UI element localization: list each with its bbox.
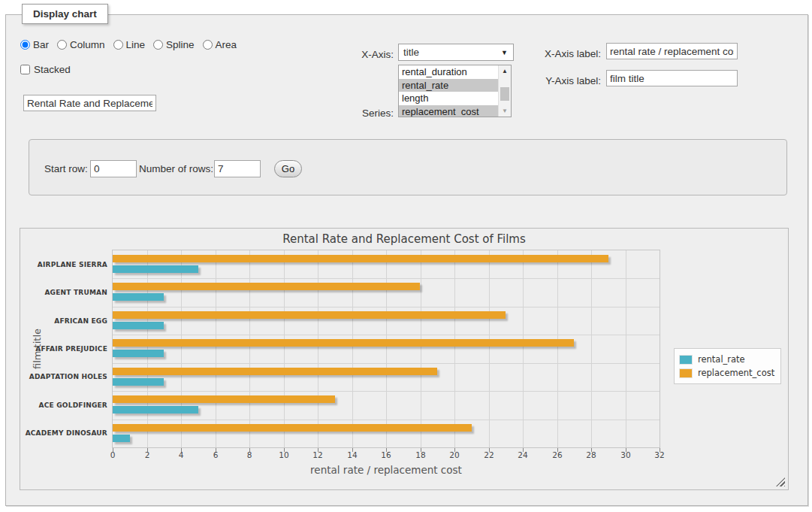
x-tick-label: 12 (303, 450, 333, 459)
x-tick-label: 0 (98, 450, 128, 459)
legend-swatch (679, 368, 693, 378)
radio-input-spline[interactable] (153, 40, 163, 50)
chart-title-input[interactable] (23, 95, 156, 111)
gridline (421, 250, 421, 447)
resize-handle-icon[interactable] (776, 477, 785, 486)
series-options: rental_durationrental_ratelengthreplacem… (399, 65, 511, 117)
gridline (489, 250, 490, 447)
scrollbar-thumb[interactable] (500, 87, 509, 101)
chart-type-radio-column[interactable]: Column (57, 39, 105, 50)
radio-input-column[interactable] (57, 40, 67, 50)
chevron-down-icon: ▼ (501, 44, 508, 61)
series-option-rental_duration[interactable]: rental_duration (399, 65, 511, 79)
bar-replacement_cost (113, 283, 420, 290)
chart-type-radio-spline[interactable]: Spline (153, 39, 195, 50)
chart-type-radios: BarColumnLineSplineArea (20, 39, 237, 50)
y-category-label: ACE GOLDFINGER (20, 391, 107, 419)
bar-replacement_cost (113, 424, 472, 432)
legend-entry-rental_rate: rental_rate (679, 353, 774, 366)
gridline (113, 278, 660, 279)
plot-area (112, 250, 660, 448)
gridline (249, 250, 250, 447)
series-option-length[interactable]: length (399, 92, 511, 105)
gridline (557, 250, 558, 447)
bar-rental_rate (113, 435, 130, 442)
stacked-checkbox[interactable] (20, 65, 30, 74)
radio-input-bar[interactable] (20, 40, 30, 50)
y-category-label: AIRPLANE SIERRA (20, 250, 107, 278)
chart-type-label: Area (216, 39, 237, 50)
x-tick-label: 6 (201, 450, 231, 459)
legend-swatch (679, 355, 693, 365)
chart-legend: rental_ratereplacement_cost (674, 348, 781, 384)
x-tick-label: 20 (439, 450, 469, 459)
gridline (386, 250, 387, 447)
chart-type-radio-area[interactable]: Area (203, 39, 237, 50)
chart-title: Rental Rate and Replacement Cost of Film… (20, 232, 788, 246)
gridline (181, 250, 182, 447)
x-axis-tick-labels: 02468101214161820222426283032 (112, 450, 660, 461)
y-axis-label-caption: Y-Axis label: (526, 73, 601, 89)
bar-rental_rate (113, 378, 164, 386)
bar-replacement_cost (113, 339, 574, 347)
chart-type-label: Bar (33, 39, 49, 50)
display-chart-fieldset: Display chart BarColumnLineSplineArea St… (5, 14, 808, 506)
x-axis-select[interactable]: title ▼ (398, 44, 514, 61)
chart-type-label: Spline (166, 39, 195, 50)
gridline (147, 250, 148, 447)
series-listbox[interactable]: rental_durationrental_ratelengthreplacem… (398, 65, 512, 117)
x-axis-label-input[interactable] (606, 43, 738, 59)
bar-replacement_cost (113, 368, 437, 375)
stacked-option[interactable]: Stacked (20, 64, 71, 75)
legend-label: rental_rate (698, 354, 745, 365)
page: Display chart BarColumnLineSplineArea St… (0, 0, 812, 512)
radio-input-area[interactable] (203, 40, 213, 50)
chart-type-label: Column (70, 39, 105, 50)
bar-rental_rate (113, 350, 164, 357)
gridline (113, 363, 660, 364)
bar-rental_rate (113, 293, 164, 301)
x-tick-label: 26 (542, 450, 572, 459)
num-rows-input[interactable] (214, 160, 261, 177)
y-category-label: ACADEMY DINOSAUR (20, 420, 107, 447)
x-tick-label: 18 (406, 450, 436, 459)
x-tick-label: 16 (371, 450, 401, 459)
listbox-scrollbar[interactable]: ▲ ▼ (498, 65, 511, 117)
gridline (113, 391, 660, 392)
chart-type-label: Line (126, 39, 146, 50)
x-axis-label-caption: X-Axis label: (526, 46, 601, 62)
chart-type-radio-bar[interactable]: Bar (20, 39, 49, 50)
bar-rental_rate (113, 322, 164, 329)
start-row-input[interactable] (90, 160, 137, 177)
gridline (216, 250, 216, 447)
bar-rental_rate (113, 265, 198, 273)
start-row-label: Start row: (44, 160, 88, 177)
go-button[interactable]: Go (274, 160, 302, 177)
bar-rental_rate (113, 406, 198, 414)
gridline (113, 307, 660, 308)
gridline (591, 250, 592, 447)
gridline (454, 250, 455, 447)
scroll-up-icon[interactable]: ▲ (499, 65, 511, 77)
gridline (284, 250, 285, 447)
scroll-down-icon[interactable]: ▼ (499, 105, 511, 117)
gridline (523, 250, 524, 447)
gridline (352, 250, 353, 447)
radio-input-line[interactable] (113, 40, 123, 50)
x-tick-label: 24 (508, 450, 538, 459)
x-tick-label: 2 (132, 450, 162, 459)
gridline (318, 250, 318, 447)
x-tick-label: 14 (337, 450, 367, 459)
y-axis-title: film title (32, 329, 43, 369)
series-option-rental_rate[interactable]: rental_rate (399, 79, 511, 92)
x-axis-selected-value: title (403, 47, 419, 58)
bar-replacement_cost (113, 395, 335, 403)
x-axis-title: rental rate / replacement cost (112, 464, 660, 476)
chart-type-radio-line[interactable]: Line (113, 39, 146, 50)
rows-panel: Start row: Number of rows: Go (29, 139, 787, 195)
y-axis-label-input[interactable] (606, 70, 738, 86)
x-tick-label: 4 (166, 450, 196, 459)
series-listbox-label: Series: (318, 105, 394, 122)
series-option-replacement_cost[interactable]: replacement_cost (399, 105, 511, 118)
gridline (113, 335, 660, 335)
